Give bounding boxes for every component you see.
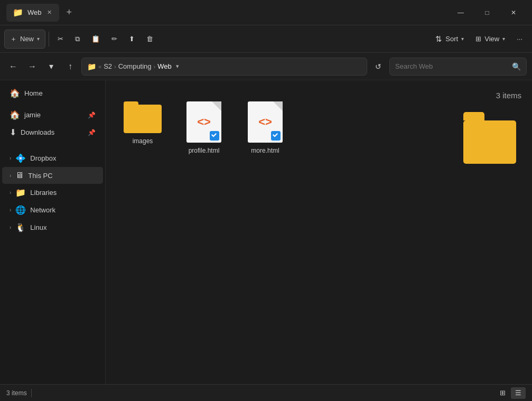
html-brackets: < > [197,115,211,129]
add-tab-button[interactable]: + [62,7,77,18]
network-icon: 🌐 [15,205,26,215]
bracket-left-2: < [258,115,265,129]
breadcrumb-sep-1: « [98,63,101,70]
status-divider [31,389,32,397]
linux-icon: 🐧 [15,222,26,232]
refresh-button[interactable]: ↺ [370,59,386,74]
vscode-icon [210,131,219,141]
libraries-icon: 📁 [15,188,26,198]
expand-icon-2: › [10,173,11,179]
vscode-svg [211,133,218,139]
file-label-profile: profile.html [189,147,220,154]
maximize-button[interactable]: □ [475,4,499,21]
toolbar: ＋ New ▾ ✂ ⧉ 📋 ✏ ⬆ 🗑 ⇅ Sort ▾ ⊞ View ▾ ··… [0,25,532,53]
copy-button[interactable]: ⧉ [70,30,85,49]
list-view-button[interactable]: ☰ [511,387,526,399]
up-button[interactable]: ↑ [62,59,78,74]
sidebar-item-dropbox[interactable]: › 💠 Dropbox [2,150,103,167]
vscode-icon-2 [271,131,281,141]
breadcrumb-computing[interactable]: Computing [118,62,152,70]
breadcrumb-arrow-1: › [114,63,116,70]
breadcrumb-web[interactable]: Web [157,62,172,70]
rename-button[interactable]: ✏ [106,30,123,49]
tab-area: 📁 Web ✕ + [6,4,444,22]
forward-button[interactable]: → [24,59,40,74]
delete-button[interactable]: 🗑 [141,30,158,49]
toolbar-divider-1 [49,32,49,46]
expand-icon-5: › [10,225,11,230]
minimize-button[interactable]: — [449,4,473,21]
close-button[interactable]: ✕ [501,4,526,21]
bracket-right: > [204,115,211,129]
window-controls: — □ ✕ [449,4,526,21]
vscode-svg-2 [273,133,279,139]
folder-body [124,105,162,133]
active-tab[interactable]: 📁 Web ✕ [6,4,59,22]
tab-folder-icon: 📁 [13,7,23,17]
sort-arrows-icon: ⇅ [435,34,442,44]
cut-button[interactable]: ✂ [52,30,69,49]
sort-button[interactable]: ⇅ Sort ▾ [430,30,469,49]
sidebar: 🏠 Home 🏠 jamie 📌 ⬇ Downloads 📌 › 💠 Dropb… [0,80,106,384]
paste-icon: 📋 [91,35,100,43]
html-page-profile: < > [186,101,221,143]
file-item-more[interactable]: < > more.html [239,96,292,160]
tab-label: Web [27,8,42,16]
file-item-profile[interactable]: < > profile.html [178,96,230,160]
html-icon-more: < > [248,101,283,143]
new-icon: ＋ [10,34,17,44]
folder-icon-images [124,101,162,133]
breadcrumb-expand-icon[interactable]: ▾ [176,63,179,70]
view-label: View [484,35,499,43]
new-caret-icon: ▾ [37,36,40,42]
sidebar-libraries-label: Libraries [30,189,57,197]
sidebar-item-network[interactable]: › 🌐 Network [2,201,103,219]
sidebar-linux-label: Linux [30,223,46,231]
search-box[interactable]: 🔍 [389,58,527,76]
file-grid: images < > [116,91,521,160]
sort-caret-icon: ▾ [461,36,464,42]
tab-close-button[interactable]: ✕ [46,8,53,17]
sidebar-item-home[interactable]: 🏠 Home [2,85,103,102]
view-icon: ⊞ [475,35,481,43]
html-page-more: < > [248,101,283,143]
sort-label: Sort [445,35,458,43]
view-toggle: ⊞ ☰ [495,387,526,399]
breadcrumb[interactable]: 📁 « S2 › Computing › Web ▾ [81,58,367,76]
recent-button[interactable]: ▾ [43,59,59,74]
new-label: New [20,35,34,43]
html-icon-profile: < > [186,101,221,143]
status-bar: 3 items ⊞ ☰ [0,384,532,401]
cut-icon: ✂ [58,35,63,43]
grid-view-button[interactable]: ⊞ [495,387,510,399]
sidebar-jamie-label: jamie [24,111,41,119]
sidebar-thispc-label: This PC [28,172,52,180]
view-button[interactable]: ⊞ View ▾ [470,30,510,49]
share-button[interactable]: ⬆ [124,30,140,49]
back-button[interactable]: ← [5,59,21,74]
side-folder-preview [463,112,516,164]
sidebar-item-jamie[interactable]: 🏠 jamie 📌 [2,106,103,124]
breadcrumb-folder-icon: 📁 [87,62,96,71]
paste-button[interactable]: 📋 [86,30,105,49]
sidebar-item-linux[interactable]: › 🐧 Linux [2,219,103,236]
folder-tab-large [463,112,484,120]
more-button[interactable]: ··· [511,30,528,49]
delete-icon: 🗑 [146,35,153,43]
dropbox-icon: 💠 [15,153,26,163]
copy-icon: ⧉ [75,35,80,43]
view-caret-icon: ▾ [502,36,505,42]
file-item-images[interactable]: images [116,96,169,160]
sidebar-item-thispc[interactable]: › 🖥 This PC [2,167,103,184]
folder-body-large [463,120,516,164]
pin-icon-2: 📌 [88,129,96,136]
search-input[interactable] [395,62,508,70]
vscode-badge-2 [271,131,281,141]
sidebar-item-libraries[interactable]: › 📁 Libraries [2,184,103,201]
new-button[interactable]: ＋ New ▾ [4,30,45,49]
side-folder-icon [463,112,516,164]
expand-icon-3: › [10,190,11,195]
breadcrumb-s2[interactable]: S2 [104,62,112,70]
sidebar-item-downloads[interactable]: ⬇ Downloads 📌 [2,124,103,141]
main-area: 🏠 Home 🏠 jamie 📌 ⬇ Downloads 📌 › 💠 Dropb… [0,80,532,384]
